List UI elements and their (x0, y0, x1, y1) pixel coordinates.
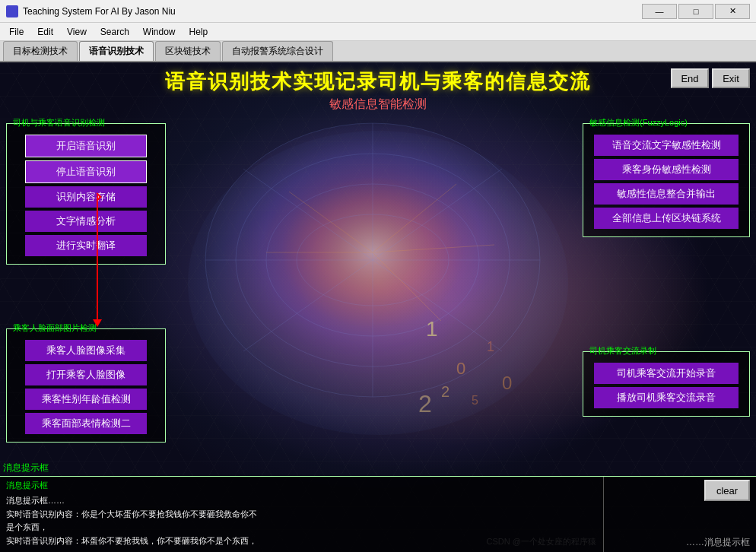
info-left-panel: 消息提示框 消息提示框…… 实时语音识别内容：你是个大坏蛋你不要抢我钱你不要砸我… (0, 477, 604, 552)
panel-record-title: 司机乘客交流录制 (588, 345, 658, 357)
btn-emotion-detect[interactable]: 乘客面部表情检测二 (25, 413, 147, 434)
panel-voice-recognition: 司机与乘客语音识别检测 开启语音识别 停止语音识别 识别内容存储 文字情感分析 … (6, 123, 166, 265)
menu-view[interactable]: View (61, 25, 93, 39)
btn-merge-output[interactable]: 敏感性信息整合并输出 (594, 183, 739, 205)
end-button[interactable]: End (671, 68, 709, 88)
btn-sentiment-analysis[interactable]: 文字情感分析 (25, 211, 147, 232)
btn-save-content[interactable]: 识别内容存储 (25, 186, 147, 208)
title-bar: Teaching System For AI By Jason Niu — □ … (0, 0, 756, 23)
info-box-label: 消息提示框 (0, 460, 756, 476)
window-title: Teaching System For AI By Jason Niu (23, 6, 176, 17)
info-right-panel: clear ……消息提示框 (604, 477, 756, 552)
btn-face-capture[interactable]: 乘客人脸图像采集 (25, 340, 147, 361)
main-content: 1 0 1 2 5 0 2 语音识别技术实现记录司机与乘客的信息交流 敏感信息智… (0, 62, 756, 552)
panel-fuzzy-title: 敏感信息检测(FuzzyLogic) (588, 117, 689, 128)
menu-window[interactable]: Window (137, 25, 182, 39)
app-icon (6, 5, 18, 17)
btn-text-sensitivity[interactable]: 语音交流文字敏感性检测 (594, 135, 739, 156)
panel-fuzzy-logic: 敏感信息检测(FuzzyLogic) 语音交流文字敏感性检测 乘客身份敏感性检测… (583, 123, 750, 237)
btn-start-voice[interactable]: 开启语音识别 (25, 135, 147, 157)
panel-face-title: 乘客人脸面部图片检测 (11, 322, 98, 334)
panel-recording: 司机乘客交流录制 司机乘客交流开始录音 播放司机乘客交流录音 (583, 351, 750, 417)
btn-start-recording[interactable]: 司机乘客交流开始录音 (594, 363, 739, 384)
info-box: 消息提示框 消息提示框…… 实时语音识别内容：你是个大坏蛋你不要抢我钱你不要砸我… (0, 476, 756, 552)
info-text-content: 消息提示框…… 实时语音识别内容：你是个大坏蛋你不要抢我钱你不要砸我救命你不 是… (6, 494, 597, 547)
info-box-wrapper: 消息提示框 消息提示框 消息提示框…… 实时语音识别内容：你是个大坏蛋你不要抢我… (0, 460, 756, 552)
clear-button[interactable]: clear (704, 480, 750, 501)
tab-voice-recognition[interactable]: 语音识别技术 (79, 41, 154, 61)
btn-upload-blockchain[interactable]: 全部信息上传区块链系统 (594, 208, 739, 229)
page-title-section: 语音识别技术实现记录司机与乘客的信息交流 敏感信息智能检测 (0, 68, 756, 113)
btn-realtime-translate[interactable]: 进行实时翻译 (25, 235, 147, 256)
close-button[interactable]: ✕ (715, 4, 750, 19)
btn-identity-sensitivity[interactable]: 乘客身份敏感性检测 (594, 159, 739, 180)
minimize-button[interactable]: — (642, 4, 677, 19)
menu-bar: File Edit View Search Window Help (0, 23, 756, 41)
btn-open-face-image[interactable]: 打开乘客人脸图像 (25, 364, 147, 385)
menu-file[interactable]: File (3, 25, 30, 39)
tab-blockchain[interactable]: 区块链技术 (155, 41, 221, 61)
btn-gender-age-detect[interactable]: 乘客性别年龄值检测 (25, 389, 147, 410)
system-buttons: End Exit (671, 68, 750, 88)
info-line-3: 是个东西， (6, 521, 597, 535)
info-left-label: 消息提示框 (6, 480, 597, 491)
page-title-sub: 敏感信息智能检测 (0, 97, 756, 113)
page-title-main: 语音识别技术实现记录司机与乘客的信息交流 (0, 68, 756, 95)
info-right-label: ……消息提示框 (686, 536, 750, 549)
menu-search[interactable]: Search (94, 25, 135, 39)
btn-stop-voice[interactable]: 停止语音识别 (25, 160, 147, 183)
panel-face-detection: 乘客人脸面部图片检测 乘客人脸图像采集 打开乘客人脸图像 乘客性别年龄值检测 乘… (6, 328, 166, 443)
info-line-4: 实时语音识别内容：坏蛋你不要抢我钱，你不要砸我你不是个东西， (6, 535, 597, 548)
exit-button[interactable]: Exit (712, 68, 750, 88)
menu-help[interactable]: Help (183, 25, 214, 39)
maximize-button[interactable]: □ (678, 4, 713, 19)
menu-edit[interactable]: Edit (31, 25, 59, 39)
tab-bar: 目标检测技术 语音识别技术 区块链技术 自动报警系统综合设计 (0, 41, 756, 62)
tab-object-detection[interactable]: 目标检测技术 (3, 41, 78, 61)
btn-play-recording[interactable]: 播放司机乘客交流录音 (594, 387, 739, 408)
info-line-2: 实时语音识别内容：你是个大坏蛋你不要抢我钱你不要砸我救命你不 (6, 508, 597, 522)
tab-alarm-system[interactable]: 自动报警系统综合设计 (222, 41, 333, 61)
info-line-1: 消息提示框…… (6, 494, 597, 508)
panel-voice-title: 司机与乘客语音识别检测 (11, 117, 106, 128)
red-arrow-line (97, 195, 98, 321)
